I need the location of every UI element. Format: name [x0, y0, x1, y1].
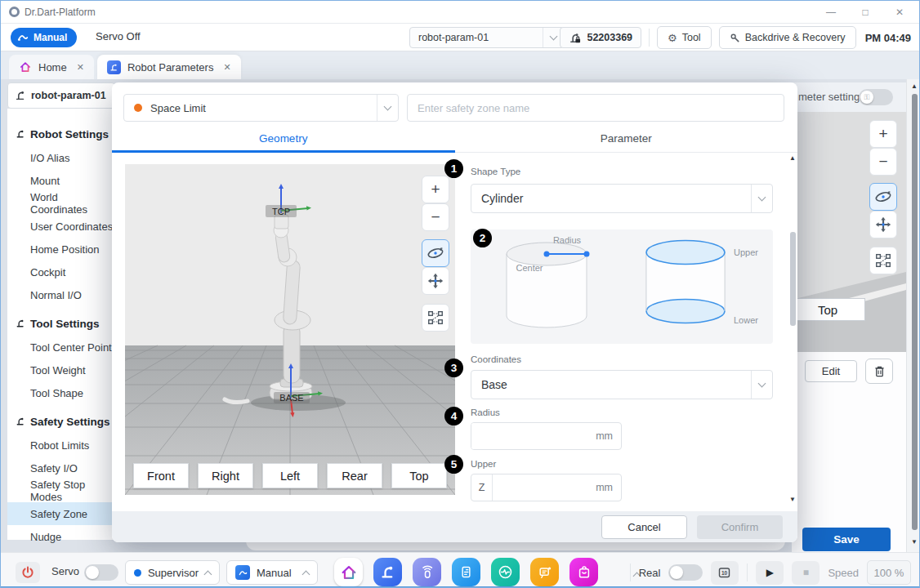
robot-serial-box[interactable]: 52203369	[560, 27, 641, 48]
cancel-button[interactable]: Cancel	[601, 515, 687, 539]
sidebar-item-normal-io[interactable]: Normal I/O	[7, 283, 115, 306]
dialog-footer: Cancel Confirm	[112, 511, 797, 542]
zoom-out-button[interactable]: −	[422, 203, 449, 231]
page-scrollbar[interactable]: ▲ ▼	[906, 79, 920, 552]
app-dock	[334, 558, 598, 586]
play-icon: ▶	[766, 567, 774, 578]
safety-settings-icon	[16, 416, 25, 426]
power-button[interactable]	[16, 562, 40, 583]
section-tool-settings[interactable]: Tool Settings	[7, 311, 115, 336]
view-front-button[interactable]: Front	[133, 463, 189, 488]
scroll-up-icon[interactable]: ▲	[910, 82, 918, 90]
zoom-in-button[interactable]: +	[869, 120, 897, 148]
sidebar-item-tool-shape[interactable]: Tool Shape	[7, 381, 115, 404]
measure-button[interactable]	[422, 304, 449, 332]
monitoring-app-icon[interactable]	[491, 558, 520, 586]
task-writer-app-icon[interactable]	[452, 558, 480, 586]
real-toggle[interactable]	[668, 564, 703, 581]
robot-param-select[interactable]: robot-param-01	[409, 27, 565, 48]
shape-type-select[interactable]: Cylinder	[471, 184, 773, 213]
close-icon[interactable]: ✕	[223, 62, 230, 73]
view-rear-button[interactable]: Rear	[327, 463, 382, 488]
confirm-button[interactable]: Confirm	[697, 515, 783, 539]
upper-z-input[interactable]	[493, 474, 596, 501]
orbit-button[interactable]	[422, 239, 449, 267]
pan-button[interactable]	[422, 267, 449, 295]
maximize-button[interactable]: □	[854, 7, 877, 18]
tab-geometry[interactable]: Geometry	[112, 125, 455, 152]
zoom-out-button[interactable]: −	[869, 148, 897, 176]
measure-button[interactable]	[869, 247, 897, 274]
diagram-center-label: Center	[516, 263, 543, 273]
sidebar-item-robot-limits[interactable]: Robot Limits	[7, 434, 115, 457]
sidebar-item-io-alias[interactable]: I/O Alias	[7, 146, 115, 169]
stop-button[interactable]: ■	[792, 561, 820, 585]
view-right-button[interactable]: Right	[198, 463, 253, 488]
save-button[interactable]: Save	[802, 528, 891, 551]
play-button[interactable]: ▶	[756, 561, 784, 585]
section-robot-settings[interactable]: Robot Settings	[7, 122, 115, 146]
pan-button[interactable]	[869, 211, 897, 238]
scrollbar-thumb[interactable]	[790, 232, 796, 326]
manual-mode-icon	[235, 565, 250, 580]
manual-mode-button[interactable]: Manual	[11, 28, 77, 47]
section-safety-settings[interactable]: Safety Settings	[7, 409, 115, 434]
tab-home[interactable]: Home ✕	[9, 55, 94, 79]
scroll-up-icon[interactable]: ▲	[788, 154, 797, 162]
sidebar-item-home-position[interactable]: Home Position	[7, 238, 115, 261]
edit-button[interactable]: Edit	[805, 360, 857, 382]
tab-parameter[interactable]: Parameter	[455, 125, 798, 152]
panel-scrollbar[interactable]: ▲ ▼	[787, 154, 798, 506]
app-logo-icon	[9, 7, 20, 17]
tool-button[interactable]: ⚙ Tool	[657, 26, 712, 49]
sidebar-item-tool-center-point[interactable]: Tool Center Point	[7, 336, 115, 359]
tool-settings-icon	[16, 318, 25, 328]
cycle-count-button[interactable]: 10	[711, 561, 739, 585]
home-app-icon[interactable]	[334, 558, 363, 586]
pan-icon	[427, 272, 444, 290]
lock-toggle[interactable]: ⚿	[859, 89, 893, 105]
sidebar-item-mount[interactable]: Mount	[7, 169, 115, 192]
tab-robot-parameters[interactable]: Robot Parameters ✕	[97, 55, 241, 79]
app-window: Dr.Dart-Platform — □ ✕ Manual Servo Off …	[0, 0, 920, 588]
robot-settings-icon	[16, 129, 25, 139]
store-app-icon[interactable]	[569, 558, 598, 586]
sidebar-item-world-coordinates[interactable]: World Coordinates	[7, 192, 115, 215]
backdrive-icon	[730, 33, 740, 43]
sidebar-item-user-coordinates[interactable]: User Coordinates	[7, 215, 115, 238]
lock-icon: ⚿	[860, 91, 873, 104]
delete-button[interactable]	[865, 359, 893, 384]
sidebar-item-safety-stop-modes[interactable]: Safety Stop Modes	[7, 479, 115, 502]
log-app-icon[interactable]	[530, 558, 559, 586]
scrollbar-thumb[interactable]	[912, 94, 918, 530]
zoom-in-button[interactable]: +	[422, 176, 449, 203]
3d-viewer[interactable]: TCP BASE + −	[125, 164, 455, 495]
sidebar-item-tool-weight[interactable]: Tool Weight	[7, 359, 115, 381]
zone-type-select[interactable]: Space Limit	[123, 94, 399, 122]
jog-app-icon[interactable]	[413, 558, 441, 586]
servo-toggle[interactable]	[84, 564, 118, 581]
sidebar-item-safety-zone[interactable]: Safety Zone	[7, 502, 115, 525]
sidebar-item-safety-io[interactable]: Safety I/O	[7, 457, 115, 479]
orbit-button[interactable]	[869, 183, 897, 211]
scroll-down-icon[interactable]: ▼	[910, 538, 918, 546]
view-top-button[interactable]: Top	[391, 463, 447, 488]
robot-params-app-icon[interactable]	[373, 558, 402, 586]
sidebar-item-cockpit[interactable]: Cockpit	[7, 261, 115, 283]
stop-icon: ■	[803, 567, 809, 578]
role-select[interactable]: Supervisor	[125, 560, 220, 585]
mode-select[interactable]: Manual	[226, 560, 318, 585]
minimize-button[interactable]: —	[820, 7, 842, 18]
sidebar-item-nudge[interactable]: Nudge	[7, 525, 115, 548]
backdrive-recovery-button[interactable]: Backdrive & Recovery	[719, 26, 856, 49]
upper-field: Z mm	[471, 474, 622, 501]
background-view-top-button[interactable]: Top	[790, 298, 865, 321]
sidebar-header[interactable]: robot-param-01	[7, 82, 115, 109]
coordinates-select[interactable]: Base	[471, 370, 773, 399]
close-button[interactable]: ✕	[888, 7, 911, 18]
scroll-down-icon[interactable]: ▼	[788, 496, 797, 503]
close-icon[interactable]: ✕	[77, 62, 84, 73]
view-left-button[interactable]: Left	[262, 463, 318, 488]
zone-name-input[interactable]	[407, 94, 784, 122]
radius-input[interactable]	[471, 423, 596, 449]
